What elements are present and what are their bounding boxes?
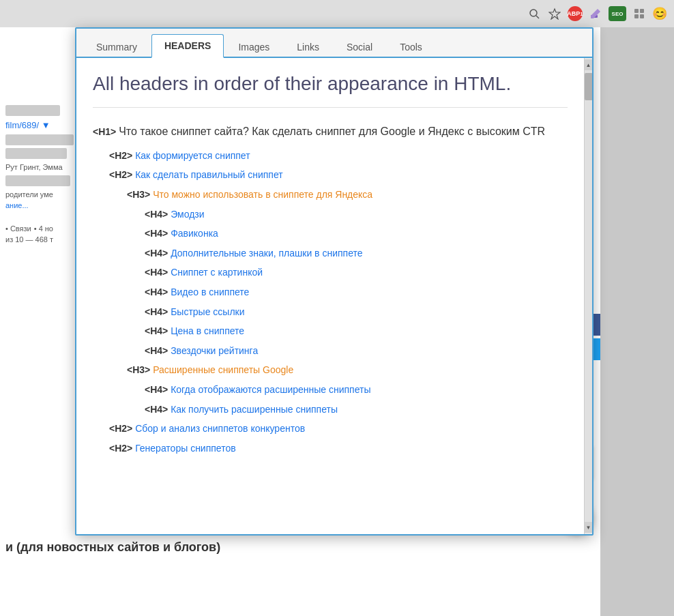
tab-summary[interactable]: Summary bbox=[83, 35, 150, 58]
tab-social[interactable]: Social bbox=[334, 35, 385, 58]
svg-rect-7 bbox=[634, 14, 639, 18]
star-icon[interactable] bbox=[547, 6, 562, 21]
header-entry-h4-3: <H4> Дополнительные знаки, плашки в снип… bbox=[145, 244, 568, 263]
header-entry-h2-3: <H2> Сбор и анализ сниппетов конкурентов bbox=[109, 420, 568, 438]
h2-tag-4: <H2> bbox=[109, 443, 132, 454]
h4-link-8[interactable]: Звездочки рейтинга bbox=[171, 345, 258, 356]
h2-tag-3: <H2> bbox=[109, 423, 132, 434]
h4-tag-10: <H4> bbox=[145, 404, 168, 415]
h4-tag-1: <H4> bbox=[145, 209, 168, 220]
header-entry-h4-7: <H4> Цена в сниппете bbox=[145, 322, 568, 340]
header-entry-h4-1: <H4> Эмодзи bbox=[145, 205, 568, 224]
h3-link-1[interactable]: Что можно использовать в сниппете для Ян… bbox=[153, 189, 372, 200]
h2-tag-1: <H2> bbox=[109, 150, 132, 161]
h3-link-2[interactable]: Расширенные сниппеты Google bbox=[153, 364, 293, 375]
header-entry-h3-1: <H3> Что можно использовать в сниппете д… bbox=[127, 186, 568, 204]
scroll-down-arrow[interactable]: ▼ bbox=[585, 522, 593, 533]
zoom-icon[interactable] bbox=[527, 6, 542, 21]
h4-tag-2: <H4> bbox=[145, 228, 168, 239]
header-entry-h1: <H1> Что такое сниппет сайта? Как сделат… bbox=[93, 121, 568, 142]
bg-count: из 10 — 468 т bbox=[0, 234, 78, 245]
bg-more[interactable]: ание... bbox=[0, 200, 78, 211]
h2-link-3[interactable]: Сбор и анализ сниппетов конкурентов bbox=[135, 423, 305, 434]
header-entry-h4-10: <H4> Как получить расширенные сниппеты bbox=[145, 400, 568, 419]
h4-link-7[interactable]: Цена в сниппете bbox=[171, 325, 244, 336]
pen-icon[interactable] bbox=[588, 6, 603, 21]
h4-tag-4: <H4> bbox=[145, 267, 168, 278]
h1-tag: <H1> bbox=[93, 126, 116, 137]
svg-marker-2 bbox=[549, 9, 560, 19]
header-entry-h3-2: <H3> Расширенные сниппеты Google bbox=[127, 361, 568, 379]
h4-link-10[interactable]: Как получить расширенные сниппеты bbox=[171, 404, 338, 415]
h4-tag-5: <H4> bbox=[145, 287, 168, 297]
header-entry-h2-2: <H2> Как сделать правильный сниппет bbox=[109, 166, 568, 184]
svg-rect-6 bbox=[640, 9, 644, 13]
tab-headers[interactable]: HEADERS bbox=[151, 34, 224, 58]
header-entry-h4-9: <H4> Когда отображаются расширенные снип… bbox=[145, 381, 568, 399]
svg-rect-5 bbox=[634, 9, 639, 13]
h4-tag-9: <H4> bbox=[145, 384, 168, 395]
seo-panel: Summary HEADERS Images Links Social Tool… bbox=[75, 27, 594, 536]
h4-link-3[interactable]: Дополнительные знаки, плашки в сниппете bbox=[171, 248, 362, 259]
bg-parents: родители уме bbox=[0, 189, 78, 200]
h4-tag-6: <H4> bbox=[145, 306, 168, 317]
svg-line-1 bbox=[536, 16, 539, 18]
h4-tag-3: <H4> bbox=[145, 248, 168, 259]
bg-left-panel: film/689/ ▼ Рут Гринт, Эмма родители уме… bbox=[0, 102, 78, 245]
panel-page-title: All headers in order of their appearance… bbox=[93, 72, 568, 108]
h2-link-1[interactable]: Как формируется сниппет bbox=[135, 150, 250, 161]
panel-body: All headers in order of their appearance… bbox=[76, 58, 592, 534]
bg-cast: Рут Гринт, Эмма bbox=[0, 162, 78, 173]
h3-tag-1: <H3> bbox=[127, 189, 150, 200]
header-entry-h4-2: <H4> Фавиконка bbox=[145, 224, 568, 243]
h4-link-6[interactable]: Быстрые ссылки bbox=[171, 306, 244, 317]
header-entry-h2-4: <H2> Генераторы сниппетов bbox=[109, 439, 568, 458]
header-entry-h4-4: <H4> Сниппет с картинкой bbox=[145, 263, 568, 282]
h4-link-1[interactable]: Эмодзи bbox=[171, 209, 204, 220]
bg-film-link[interactable]: film/689/ ▼ bbox=[0, 119, 78, 132]
tab-images[interactable]: Images bbox=[225, 35, 282, 58]
abp-icon[interactable]: ABP1 bbox=[568, 6, 583, 21]
h4-link-4[interactable]: Сниппет с картинкой bbox=[171, 267, 263, 278]
scrollbar-thumb[interactable] bbox=[585, 73, 593, 100]
scroll-up-arrow[interactable]: ▲ bbox=[585, 59, 593, 70]
puzzle-icon[interactable] bbox=[632, 6, 647, 21]
panel-content[interactable]: All headers in order of their appearance… bbox=[76, 58, 584, 534]
h1-text: Что такое сниппет сайта? Как сделать сни… bbox=[119, 126, 545, 137]
h4-link-5[interactable]: Видео в сниппете bbox=[171, 287, 249, 297]
seo-icon[interactable]: SEO bbox=[609, 6, 626, 21]
h2-link-2[interactable]: Как сделать правильный сниппет bbox=[135, 169, 283, 180]
browser-bar: ABP1 SEO 😊 bbox=[0, 0, 674, 27]
header-entry-h4-8: <H4> Звездочки рейтинга bbox=[145, 342, 568, 360]
h2-tag-2: <H2> bbox=[109, 169, 132, 180]
bg-stats: • Связи• 4 но bbox=[0, 223, 78, 234]
headers-list: <H1> Что такое сниппет сайта? Как сделат… bbox=[93, 121, 568, 457]
emoji-icon[interactable]: 😊 bbox=[652, 6, 667, 21]
bg-bottom-heading: и (для новостных сайтов и блогов) bbox=[0, 533, 226, 561]
tab-links[interactable]: Links bbox=[284, 35, 332, 58]
header-entry-h4-6: <H4> Быстрые ссылки bbox=[145, 303, 568, 321]
tabs-bar: Summary HEADERS Images Links Social Tool… bbox=[76, 29, 592, 58]
header-entry-h2-1: <H2> Как формируется сниппет bbox=[109, 147, 568, 165]
panel-scrollbar[interactable]: ▲ ▼ bbox=[584, 58, 592, 534]
h4-tag-8: <H4> bbox=[145, 345, 168, 356]
h3-tag-2: <H3> bbox=[127, 364, 150, 375]
tab-tools[interactable]: Tools bbox=[387, 35, 435, 58]
h4-link-9[interactable]: Когда отображаются расширенные сниппеты bbox=[171, 384, 370, 395]
svg-point-0 bbox=[530, 10, 537, 16]
header-entry-h4-5: <H4> Видео в сниппете bbox=[145, 283, 568, 302]
svg-rect-8 bbox=[640, 14, 644, 18]
h4-tag-7: <H4> bbox=[145, 325, 168, 336]
h4-link-2[interactable]: Фавиконка bbox=[171, 228, 218, 239]
h2-link-4[interactable]: Генераторы сниппетов bbox=[135, 443, 236, 454]
